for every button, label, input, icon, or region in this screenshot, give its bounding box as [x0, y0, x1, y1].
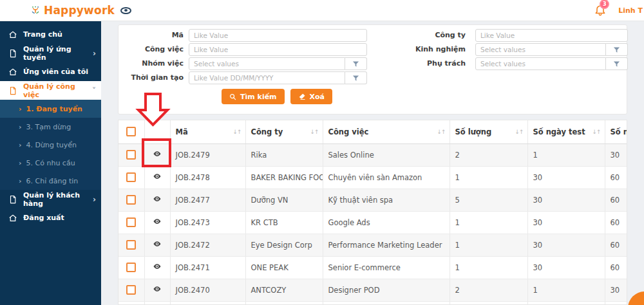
cell-ma: JOB.2473: [170, 211, 245, 234]
sidebar-subitem-tam-dung[interactable]: 3. Tạm dừng: [0, 118, 101, 136]
cell-ma: JOB.2477: [170, 189, 245, 211]
cell-cong-viec: Performance Marketing Leader: [323, 234, 450, 256]
cell-so-ngay-test: 1: [527, 279, 605, 301]
sidebar-toggle-icon[interactable]: [120, 7, 131, 14]
row-eye-cell: [144, 211, 170, 234]
row-eye-cell: [144, 189, 170, 211]
view-eye-icon[interactable]: [153, 149, 162, 158]
row-checkbox[interactable]: [126, 217, 136, 227]
column-header-so-ngay-test[interactable]: Số ngày test↓↑: [527, 120, 605, 143]
sort-icon[interactable]: ↓↑: [515, 129, 523, 135]
cell-so-luong: 5: [450, 189, 527, 211]
table-row: JOB.2479 Rika Sales Online 2 1 30: [118, 143, 627, 166]
select-all-checkbox[interactable]: [126, 127, 136, 136]
jobs-table: Mã↓↑ Công ty↓↑ Công việc↓↑ Số lượng↓↑ Số…: [118, 120, 627, 305]
table-row: JOB.2470 ANTCOZY Designer POD 2 1 30: [118, 279, 627, 301]
thoi-gian-tao-filter-button[interactable]: [345, 71, 367, 84]
filter-panel: Mã Công việc Nhóm việc Thời gian tạo: [118, 24, 627, 115]
brand[interactable]: Happywork: [31, 4, 131, 17]
thoi-gian-tao-input[interactable]: [189, 71, 345, 84]
notifications-button[interactable]: 3: [594, 3, 608, 17]
row-checkbox[interactable]: [126, 285, 136, 295]
sidebar-item-quan-ly-ung-tuyen[interactable]: Quản lý ứng tuyển ›: [0, 44, 101, 62]
table-row: JOB.2473 KR CTB Google Ads 1 30 60: [118, 211, 627, 234]
sort-icon[interactable]: ↓↑: [310, 129, 318, 135]
row-checkbox[interactable]: [126, 240, 136, 250]
row-checkbox-cell: [118, 211, 144, 234]
cell-so-ngay-test: 30: [527, 234, 605, 256]
row-checkbox[interactable]: [126, 172, 136, 182]
header-eye-cell: [144, 120, 170, 143]
row-eye-cell: [144, 234, 170, 256]
row-checkbox-cell: [118, 256, 144, 279]
sidebar-subitem-dung-tuyen[interactable]: 4. Dừng tuyển: [0, 136, 101, 154]
view-eye-icon[interactable]: [153, 262, 162, 271]
sidebar-item-label: Trang chủ: [23, 30, 96, 39]
cell-so-ngay-bao: 30: [605, 279, 627, 301]
kinh-nghiem-input[interactable]: [475, 43, 606, 56]
cong-ty-input[interactable]: [475, 29, 628, 42]
cell-so-ngay-bao: 30: [605, 143, 627, 166]
home-icon: [8, 30, 17, 39]
sidebar-subitem-dang-tuyen[interactable]: 1. Đang tuyển: [0, 100, 101, 118]
sort-icon[interactable]: ↓↑: [232, 129, 241, 135]
cell-so-luong: 1: [450, 166, 527, 189]
cell-cong-viec: Sales Online: [323, 143, 450, 166]
search-button[interactable]: Tìm kiếm: [222, 89, 285, 104]
sidebar-subitem-chi-dang-tin[interactable]: 6. Chỉ đăng tin: [0, 172, 101, 190]
cell-so-ngay-test: 30: [527, 256, 605, 279]
row-checkbox[interactable]: [126, 263, 136, 272]
filter-row-kinh-nghiem: Kinh nghiệm: [118, 43, 627, 56]
view-eye-icon[interactable]: [153, 284, 162, 293]
view-eye-icon[interactable]: [153, 172, 162, 181]
sort-icon[interactable]: ↓↑: [437, 129, 445, 135]
chevron-right-icon: ›: [93, 195, 96, 204]
brand-name: Happywork: [44, 4, 115, 17]
filter-label: Kinh nghiệm: [372, 43, 466, 56]
column-header-cong-viec[interactable]: Công việc↓↑: [323, 120, 450, 143]
phu-trach-input[interactable]: [475, 57, 606, 70]
user-name[interactable]: Linh T: [618, 6, 643, 15]
eraser-icon: [298, 93, 306, 100]
column-header-ma[interactable]: Mã↓↑: [170, 120, 245, 143]
column-header-cong-ty[interactable]: Công ty↓↑: [245, 120, 323, 143]
sidebar-item-ung-vien-cua-toi[interactable]: Ứng viên của tôi: [0, 62, 101, 81]
funnel-icon: [352, 75, 359, 82]
sidebar-item-quan-ly-khach-hang[interactable]: Quản lý khách hàng ›: [0, 190, 101, 208]
sidebar-item-dang-xuat[interactable]: Đăng xuất: [0, 208, 101, 227]
clear-button[interactable]: Xoá: [290, 89, 332, 104]
top-header: Happywork 3 Linh T: [0, 0, 644, 21]
column-header-so-ngay-bao[interactable]: Số ngày báo: [605, 120, 627, 143]
view-eye-icon[interactable]: [153, 194, 162, 203]
table-row: JOB.2477 Dưỡng VN Kỹ thuật viên spa 5 30…: [118, 189, 627, 211]
cell-cong-viec: Google Ads: [323, 211, 450, 234]
sidebar-item-trang-chu[interactable]: Trang chủ: [0, 25, 101, 44]
home-icon: [8, 214, 17, 223]
cell-cong-ty: Dưỡng VN: [245, 189, 323, 211]
row-checkbox-cell: [118, 166, 144, 189]
view-eye-icon[interactable]: [153, 217, 162, 226]
cell-cong-viec: Kỹ thuật viên spa: [323, 189, 450, 211]
column-header-so-luong[interactable]: Số lượng↓↑: [450, 120, 527, 143]
view-eye-icon[interactable]: [153, 239, 162, 248]
cell-cong-ty: BAKER BAKING FOOD: [245, 166, 323, 189]
main-content: Mã Công việc Nhóm việc Thời gian tạo: [101, 21, 644, 305]
sidebar-subitem-co-nhu-cau[interactable]: 5. Có nhu cầu: [0, 154, 101, 172]
search-icon: [229, 93, 236, 100]
row-eye-cell: [144, 256, 170, 279]
row-checkbox[interactable]: [126, 150, 136, 160]
cell-cong-viec: Chuyên viên sàn Amazon: [323, 166, 450, 189]
row-checkbox[interactable]: [126, 195, 136, 205]
phu-trach-filter-button[interactable]: [606, 57, 628, 70]
notification-badge: 3: [600, 0, 609, 9]
happywork-logo-icon: [31, 6, 40, 15]
sidebar-item-quan-ly-cong-viec[interactable]: Quản lý công việc ˅: [0, 81, 101, 100]
cell-ma: JOB.2479: [170, 143, 245, 166]
header-checkbox-cell: [118, 120, 144, 143]
cell-so-luong: 2: [450, 279, 527, 301]
cell-cong-viec: Senior E-commerce: [323, 256, 450, 279]
scroll-top-fab[interactable]: [628, 291, 644, 305]
row-eye-cell: [144, 166, 170, 189]
kinh-nghiem-filter-button[interactable]: [606, 43, 628, 56]
sort-icon[interactable]: ↓↑: [592, 129, 600, 135]
